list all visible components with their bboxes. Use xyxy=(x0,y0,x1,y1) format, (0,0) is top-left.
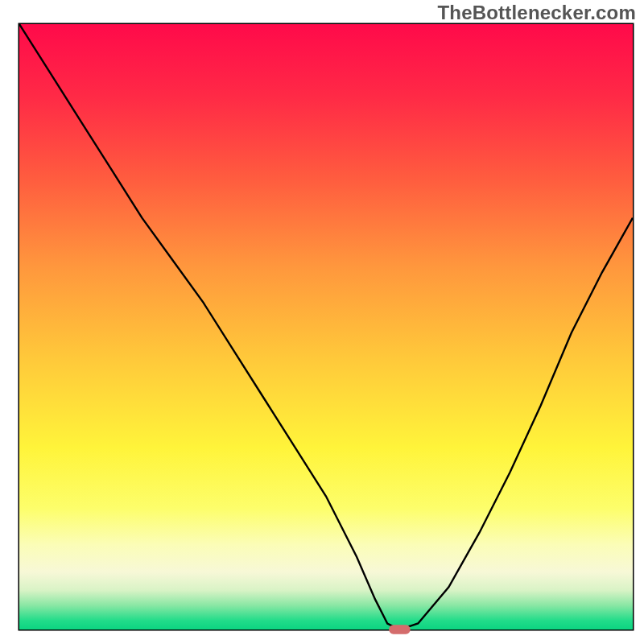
plot-background xyxy=(19,24,633,630)
bottleneck-chart: TheBottlenecker.com xyxy=(0,0,644,644)
chart-svg xyxy=(0,0,644,644)
watermark-text: TheBottlenecker.com xyxy=(437,2,636,24)
optimal-marker xyxy=(389,625,411,634)
